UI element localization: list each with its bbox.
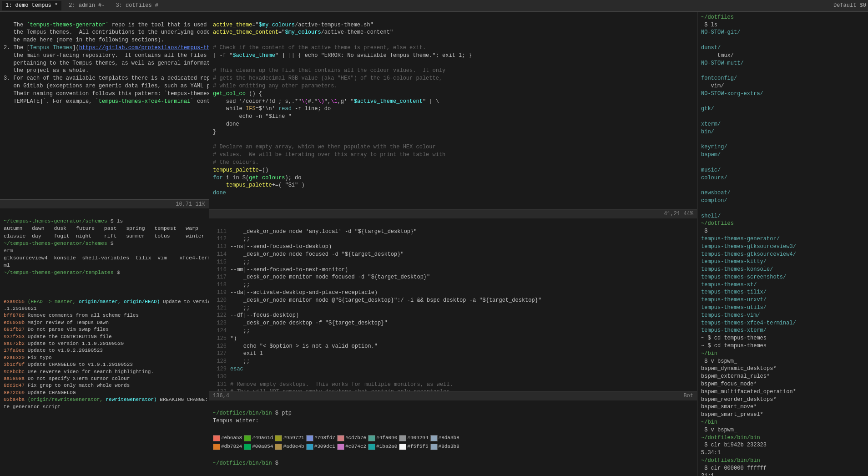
middle-bottom-pos: 136,4 [213, 392, 229, 400]
swatch-13: #1ba2a0 [368, 443, 397, 450]
tab-bar: 1: demo tempus * 2: admin #- 3: dotfiles… [0, 0, 868, 12]
swatch-0: #eb6a58 [213, 435, 242, 441]
middle-top-statusbar: 41,21 44% [209, 209, 697, 218]
tab-1[interactable]: 1: demo tempus * [2, 1, 61, 10]
middle-top-pos: 41,21 44% [664, 210, 693, 218]
swatch-6: #909294 [399, 435, 428, 441]
swatch-12: #c874c2 [337, 443, 366, 450]
left-pane: The `tempus-themes-generator` repo is th… [0, 12, 209, 476]
swatches-row-2: #db7824 #00a854 #ad8e4b #309dc1 #c874c2 … [209, 443, 697, 451]
bottom-bot-label: Bot [683, 392, 693, 400]
swatch-7: #8da3b8 [430, 435, 459, 441]
bottom-end-prompt: ~/dotfiles/bin/bin $ [209, 451, 697, 476]
tab-right-label: Default $0 [833, 2, 866, 10]
bottom-terminal-row: ~/dotfiles/bin/bin $ ptp Tempus winter: [209, 400, 697, 435]
git-log-pane: e3a9d55 (HEAD -> master, origin/master, … [0, 290, 209, 476]
swatch-10: #ad8e4b [275, 443, 304, 450]
swatch-8: #db7824 [213, 443, 242, 450]
swatch-4: #cd7b7e [337, 435, 366, 441]
middle-pane: active_theme="$my_colours/active-tempus-… [209, 12, 697, 476]
tab-2[interactable]: 2: admin #- [65, 1, 108, 10]
swatch-1: #49a61d [244, 435, 273, 441]
swatch-15: #8da3b8 [430, 443, 459, 450]
left-schemes-pane[interactable]: ~/tempus-themes-generator/schemes $ ls a… [0, 208, 209, 290]
left-top-pos: 10,71 11% [176, 201, 205, 208]
swatches-row: #eb6a58 #49a61d #959721 #798fd7 #cd7b7e … [209, 435, 697, 443]
tab-3[interactable]: 3: dotfiles # [112, 1, 162, 10]
swatch-9: #00a854 [244, 443, 273, 450]
swatch-3: #798fd7 [306, 435, 335, 441]
left-top-pane[interactable]: The `tempus-themes-generator` repo is th… [0, 12, 209, 200]
middle-editor-bottom[interactable]: 111 _desk_or_node node 'any.local' -d "$… [209, 218, 697, 391]
right-pane: ~/dotfiles $ ls NO-STOW-git/ dunst/ tmux… [697, 12, 868, 476]
swatch-2: #959721 [275, 435, 304, 441]
swatch-14: #f5f5f5 [399, 443, 428, 450]
middle-editor-top[interactable]: active_theme="$my_colours/active-tempus-… [209, 12, 697, 209]
middle-bottom-statusbar: 136,4 Bot [209, 391, 697, 400]
main-content: The `tempus-themes-generator` repo is th… [0, 12, 868, 476]
swatch-11: #309dc1 [306, 443, 335, 450]
swatch-5: #4fa090 [368, 435, 397, 441]
left-top-statusbar: 10,71 11% [0, 200, 209, 209]
